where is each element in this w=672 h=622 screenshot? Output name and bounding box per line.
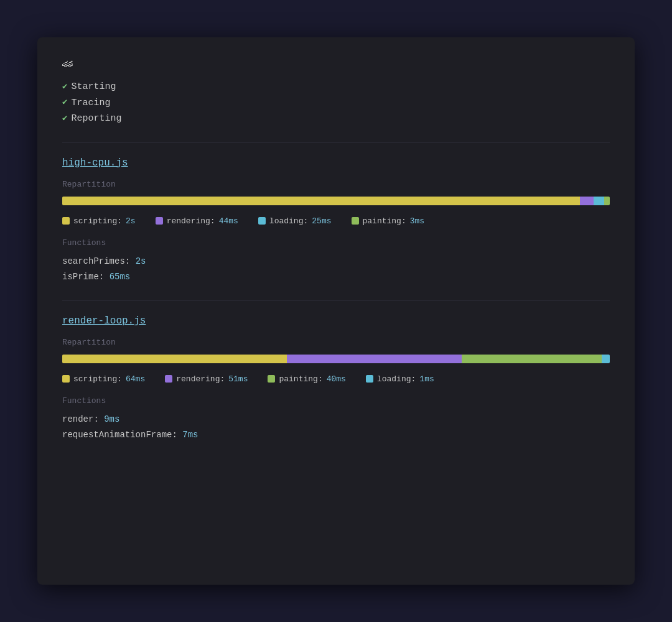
function-value: 7ms (182, 430, 198, 440)
legend-color-swatch (268, 375, 275, 383)
legend-color-swatch (156, 217, 163, 225)
function-list: searchPrimes: 2sisPrime: 65ms (62, 254, 610, 285)
status-item: ✔Reporting (62, 111, 610, 127)
function-item: render: 9ms (62, 412, 610, 427)
legend-label: scripting: (73, 216, 122, 226)
legend-value: 51ms (228, 374, 248, 384)
function-name: render: (62, 414, 99, 424)
functions-label: Functions (62, 396, 610, 406)
status-item: ✔Tracing (62, 95, 610, 111)
status-label: Tracing (71, 95, 110, 111)
section-0: high-cpu.jsRepartition scripting: 2s ren… (62, 157, 610, 285)
legend-label: painting: (363, 216, 406, 226)
legend-value: 1ms (419, 374, 434, 384)
legend-label: rendering: (167, 216, 215, 226)
checkmark-icon: ✔ (62, 95, 67, 110)
header-divider (62, 142, 610, 142)
legend-label: painting: (279, 374, 322, 384)
checkmark-icon: ✔ (62, 80, 67, 95)
legend-item: scripting: 64ms (62, 374, 145, 384)
legend-label: scripting: (73, 374, 122, 384)
main-window: 🏎 ✔Starting✔Tracing✔Reporting high-cpu.j… (37, 37, 635, 585)
function-item: requestAnimationFrame: 7ms (62, 427, 610, 443)
bar-segment-loading (602, 355, 610, 363)
function-item: isPrime: 65ms (62, 269, 610, 285)
legend-label: loading: (377, 374, 416, 384)
bar-segment-rendering (580, 197, 594, 205)
bar-chart (62, 197, 610, 205)
section-divider (62, 300, 610, 300)
legend-color-swatch (366, 375, 373, 383)
bar-chart (62, 355, 610, 363)
legend-value: 44ms (219, 216, 238, 226)
section-1: render-loop.jsRepartition scripting: 64m… (62, 315, 610, 443)
legend-value: 64ms (126, 374, 145, 384)
functions-label: Functions (62, 238, 610, 248)
header: 🏎 ✔Starting✔Tracing✔Reporting (62, 57, 610, 127)
section-filename[interactable]: high-cpu.js (62, 157, 128, 169)
legend-value: 40ms (327, 374, 346, 384)
legend-label: loading: (269, 216, 308, 226)
legend-item: painting: 40ms (268, 374, 345, 384)
app-icon: 🏎 (62, 57, 73, 70)
legend-item: rendering: 44ms (156, 216, 238, 226)
function-name: searchPrimes: (62, 256, 130, 266)
legend-item: painting: 3ms (352, 216, 425, 226)
legend-color-swatch (352, 217, 359, 225)
legend-value: 2s (126, 216, 136, 226)
legend-item: loading: 1ms (366, 374, 434, 384)
legend-label: rendering: (176, 374, 225, 384)
legend-item: scripting: 2s (62, 216, 136, 226)
legend-value: 25ms (312, 216, 331, 226)
status-label: Starting (71, 79, 116, 95)
legend-color-swatch (258, 217, 266, 225)
legend-color-swatch (62, 375, 70, 383)
app-title-row: 🏎 (62, 57, 610, 70)
legend-item: loading: 25ms (258, 216, 332, 226)
legend-value: 3ms (410, 216, 424, 226)
section-filename[interactable]: render-loop.js (62, 315, 146, 327)
legend: scripting: 64ms rendering: 51ms painting… (62, 374, 610, 384)
function-value: 9ms (104, 414, 119, 424)
function-value: 2s (136, 256, 146, 266)
legend-color-swatch (62, 217, 70, 225)
legend-item: rendering: 51ms (165, 374, 248, 384)
function-item: searchPrimes: 2s (62, 254, 610, 269)
status-item: ✔Starting (62, 79, 610, 95)
repartition-label: Repartition (62, 180, 610, 189)
function-name: requestAnimationFrame: (62, 430, 177, 440)
bar-segment-loading (594, 197, 605, 205)
function-value: 65ms (110, 272, 131, 282)
sections-container: high-cpu.jsRepartition scripting: 2s ren… (62, 157, 610, 443)
repartition-label: Repartition (62, 338, 610, 347)
status-label: Reporting (71, 111, 121, 127)
status-list: ✔Starting✔Tracing✔Reporting (62, 79, 610, 127)
legend-color-swatch (165, 375, 172, 383)
bar-segment-painting (462, 355, 601, 363)
function-list: render: 9msrequestAnimationFrame: 7ms (62, 412, 610, 443)
function-name: isPrime: (62, 272, 104, 282)
legend: scripting: 2s rendering: 44ms loading: 2… (62, 216, 610, 226)
bar-segment-scripting (62, 355, 287, 363)
bar-segment-rendering (287, 355, 462, 363)
bar-segment-scripting (62, 197, 580, 205)
checkmark-icon: ✔ (62, 111, 67, 126)
bar-segment-painting (604, 197, 610, 205)
